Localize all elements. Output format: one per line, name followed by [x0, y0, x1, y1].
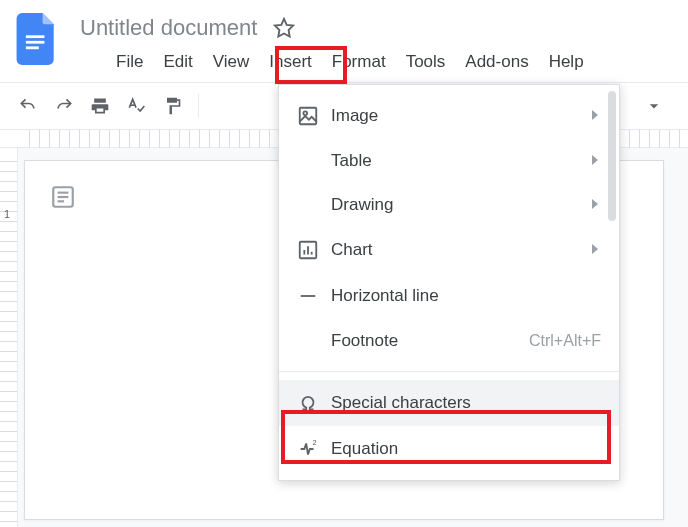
document-title[interactable]: Untitled document — [74, 13, 263, 43]
paint-format-button[interactable] — [156, 90, 188, 122]
dropdown-item-equation[interactable]: 2 Equation — [279, 426, 619, 472]
toolbar-separator — [198, 94, 199, 118]
outline-icon[interactable] — [48, 182, 78, 212]
dropdown-separator — [279, 371, 619, 372]
print-button[interactable] — [84, 90, 116, 122]
undo-button[interactable] — [12, 90, 44, 122]
svg-point-8 — [303, 111, 307, 115]
ruler-label: 1 — [4, 208, 10, 220]
dropdown-label: Special characters — [331, 393, 601, 413]
spellcheck-button[interactable] — [120, 90, 152, 122]
dropdown-item-image[interactable]: Image — [279, 93, 619, 139]
dropdown-item-chart[interactable]: Chart — [279, 227, 619, 273]
menu-tools[interactable]: Tools — [396, 48, 456, 76]
toolbar-more-button[interactable] — [644, 90, 676, 122]
dropdown-label: Drawing — [331, 195, 589, 215]
omega-icon — [297, 392, 331, 414]
svg-rect-7 — [300, 108, 317, 125]
dropdown-label: Image — [331, 106, 589, 126]
submenu-arrow-icon — [589, 195, 601, 215]
svg-rect-2 — [26, 46, 39, 49]
menu-edit[interactable]: Edit — [153, 48, 202, 76]
chart-icon — [297, 239, 331, 261]
docs-logo[interactable] — [8, 10, 66, 68]
dropdown-item-drawing[interactable]: Drawing — [279, 183, 619, 227]
dropdown-item-special-characters[interactable]: Special characters — [279, 380, 619, 426]
menu-view[interactable]: View — [203, 48, 260, 76]
submenu-arrow-icon — [589, 106, 601, 126]
svg-rect-0 — [26, 35, 45, 38]
dropdown-item-footnote[interactable]: Footnote Ctrl+Alt+F — [279, 319, 619, 363]
svg-rect-1 — [26, 41, 45, 44]
equation-icon: 2 — [297, 438, 331, 460]
submenu-arrow-icon — [589, 151, 601, 171]
menu-insert[interactable]: Insert — [259, 48, 322, 76]
image-icon — [297, 105, 331, 127]
submenu-arrow-icon — [589, 240, 601, 260]
menu-help[interactable]: Help — [539, 48, 594, 76]
svg-text:2: 2 — [313, 438, 317, 447]
dropdown-label: Table — [331, 151, 589, 171]
menubar: File Edit View Insert Format Tools Add-o… — [0, 50, 688, 82]
dropdown-label: Footnote — [331, 331, 529, 351]
menu-format[interactable]: Format — [322, 48, 396, 76]
dropdown-item-table[interactable]: Table — [279, 139, 619, 183]
title-area: Untitled document — [74, 13, 295, 43]
vertical-ruler[interactable]: 1 — [0, 148, 18, 527]
dropdown-shortcut: Ctrl+Alt+F — [529, 332, 601, 350]
header: Untitled document — [0, 0, 688, 50]
insert-dropdown: Image Table Drawing Chart Horizontal lin… — [278, 84, 620, 481]
menu-file[interactable]: File — [106, 48, 153, 76]
dropdown-label: Chart — [331, 240, 589, 260]
dropdown-label: Equation — [331, 439, 601, 459]
redo-button[interactable] — [48, 90, 80, 122]
star-icon[interactable] — [273, 17, 295, 39]
dropdown-label: Horizontal line — [331, 286, 601, 306]
horizontal-line-icon — [297, 285, 331, 307]
dropdown-item-horizontal-line[interactable]: Horizontal line — [279, 273, 619, 319]
menu-addons[interactable]: Add-ons — [455, 48, 538, 76]
